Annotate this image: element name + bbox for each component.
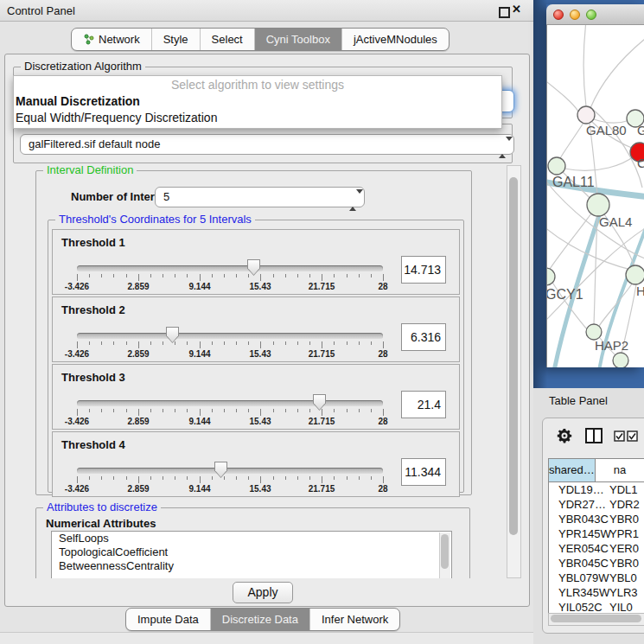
close-icon[interactable]: ✕ xyxy=(512,3,521,16)
node-h[interactable] xyxy=(626,265,644,284)
table-row[interactable]: YBL079WYBL0 xyxy=(549,571,644,585)
slider-track[interactable] xyxy=(77,333,383,339)
cell-shared-name[interactable]: YBR043C xyxy=(549,512,606,526)
cell-name[interactable]: YIL0 xyxy=(606,600,633,614)
table-row[interactable]: YBR045CYBR0 xyxy=(549,556,644,571)
cell-name[interactable]: YBR0 xyxy=(606,556,639,571)
close-traffic-light-icon[interactable] xyxy=(553,10,564,20)
scrollbar-thumb[interactable] xyxy=(551,615,641,622)
attribute-item[interactable]: BetweennessCentrality xyxy=(52,559,451,573)
threshold-value-field[interactable]: 14.713 xyxy=(401,256,446,284)
tick-mark xyxy=(126,409,127,412)
zoom-traffic-light-icon[interactable] xyxy=(586,10,596,20)
node-gal11[interactable] xyxy=(548,157,565,175)
tick-mark xyxy=(212,341,213,345)
scrollbar-thumb[interactable] xyxy=(509,177,518,535)
scale-label: 9.144 xyxy=(188,417,210,426)
checkbox-icon[interactable] xyxy=(627,430,638,442)
network-window-titlebar[interactable] xyxy=(546,4,644,25)
network-view-window: GAL80GACGAL11GAL4GCY1HHAP2 xyxy=(546,4,644,367)
attribute-item[interactable]: SelfLoops xyxy=(52,532,451,545)
cell-name[interactable]: YPR1 xyxy=(606,526,639,541)
cell-name[interactable]: YBL0 xyxy=(606,571,637,585)
edge xyxy=(564,156,634,170)
checkbox-icon[interactable] xyxy=(614,430,625,442)
column-header-shared-name[interactable]: shared… xyxy=(549,459,596,481)
cell-shared-name[interactable]: YBR045C xyxy=(549,556,606,571)
cell-name[interactable]: YBR0 xyxy=(606,512,639,526)
popup-item-manual-discretization[interactable]: Manual Discretization xyxy=(14,93,501,110)
apply-button[interactable]: Apply xyxy=(233,582,293,603)
tab-cyni-toolbox[interactable]: Cyni Toolbox xyxy=(254,29,341,50)
popup-placeholder-item[interactable]: Select algorithm to view settings xyxy=(14,76,501,93)
cell-shared-name[interactable]: YIL052C xyxy=(549,600,606,614)
tab-discretize-data[interactable]: Discretize Data xyxy=(210,609,309,630)
table-row[interactable]: YIL052CYIL0 xyxy=(549,600,644,614)
split-view-icon[interactable] xyxy=(585,428,603,443)
slider-scale-labels: -3.4262.8599.14415.4321.71528 xyxy=(77,282,383,292)
cell-name[interactable]: YDL1 xyxy=(606,482,638,497)
tick-mark xyxy=(383,341,384,348)
tab-network[interactable]: Network xyxy=(72,29,151,50)
cell-shared-name[interactable]: YLR345W xyxy=(549,585,606,600)
slider-track[interactable] xyxy=(77,400,383,406)
float-window-icon[interactable] xyxy=(499,7,510,18)
cell-shared-name[interactable]: YER054C xyxy=(549,541,606,556)
tab-select[interactable]: Select xyxy=(200,29,254,50)
tick-mark xyxy=(297,341,298,345)
node-label: H xyxy=(636,284,644,298)
scale-label: 28 xyxy=(378,484,387,494)
tick-mark xyxy=(212,409,213,412)
network-canvas[interactable]: GAL80GACGAL11GAL4GCY1HHAP2 xyxy=(546,25,644,367)
cell-shared-name[interactable]: YPR145W xyxy=(549,526,606,541)
table-row[interactable]: YLR345WYLR3 xyxy=(549,585,644,600)
scrollbar-thumb[interactable] xyxy=(441,534,449,569)
tick-mark xyxy=(297,476,298,480)
threshold-label: Threshold 3 xyxy=(61,371,125,384)
table-row[interactable]: YBR043CYBR0 xyxy=(549,512,644,526)
minimize-traffic-light-icon[interactable] xyxy=(570,10,580,20)
column-header-name[interactable]: na xyxy=(596,459,644,481)
tab-jactivemnodules[interactable]: jActiveMNodules xyxy=(341,29,449,50)
main-vertical-scrollbar[interactable] xyxy=(507,165,521,578)
table-horizontal-scrollbar[interactable] xyxy=(548,613,644,626)
cell-name[interactable]: YLR3 xyxy=(606,585,638,600)
tick-mark xyxy=(163,274,163,277)
node-bottom[interactable] xyxy=(613,353,628,367)
attribute-item[interactable]: TopologicalCoefficient xyxy=(52,545,451,559)
threshold-value-field[interactable]: 21.4 xyxy=(401,391,446,418)
cell-shared-name[interactable]: YBL079W xyxy=(549,571,606,585)
attributes-scrollbar[interactable] xyxy=(439,532,450,578)
tick-mark xyxy=(187,341,188,345)
tab-style[interactable]: Style xyxy=(151,29,200,50)
popup-item-equal-width-frequency[interactable]: Equal Width/Frequency Discretization xyxy=(14,110,501,126)
table-row[interactable]: YDR27…YDR2 xyxy=(549,497,644,512)
cell-shared-name[interactable]: YDR27… xyxy=(549,497,606,512)
table-data-combobox[interactable]: galFiltered.sif default node xyxy=(20,134,514,155)
table-row[interactable]: YER054CYER0 xyxy=(549,541,644,556)
scale-label: -3.426 xyxy=(65,484,89,494)
tab-impute-data[interactable]: Impute Data xyxy=(126,609,210,630)
tick-mark xyxy=(309,476,310,480)
tick-mark xyxy=(224,274,225,277)
tab-infer-network[interactable]: Infer Network xyxy=(309,609,399,630)
table-row[interactable]: YDL19…YDL1 xyxy=(549,482,644,497)
node-gcy1[interactable] xyxy=(547,268,555,285)
slider-track[interactable] xyxy=(77,265,383,271)
number-of-intervals-combobox[interactable]: 5 xyxy=(155,187,365,207)
node-gal4[interactable] xyxy=(587,194,609,216)
cell-name[interactable]: YER0 xyxy=(606,541,639,556)
threshold-value-field[interactable]: 11.344 xyxy=(401,458,446,486)
edge xyxy=(583,25,586,106)
node-gal80[interactable] xyxy=(577,106,595,124)
combo-stepper-icon xyxy=(349,191,356,210)
cell-shared-name[interactable]: YDL19… xyxy=(549,482,606,497)
cell-name[interactable]: YDR2 xyxy=(606,497,640,512)
threshold-value-field[interactable]: 6.316 xyxy=(401,323,446,351)
slider-track[interactable] xyxy=(77,468,383,474)
gear-icon[interactable] xyxy=(557,428,572,443)
table-row[interactable]: YPR145WYPR1 xyxy=(549,526,644,541)
group-title: Attributes to discretize xyxy=(43,501,161,513)
scale-label: 21.715 xyxy=(309,484,335,494)
tick-mark xyxy=(347,476,348,480)
